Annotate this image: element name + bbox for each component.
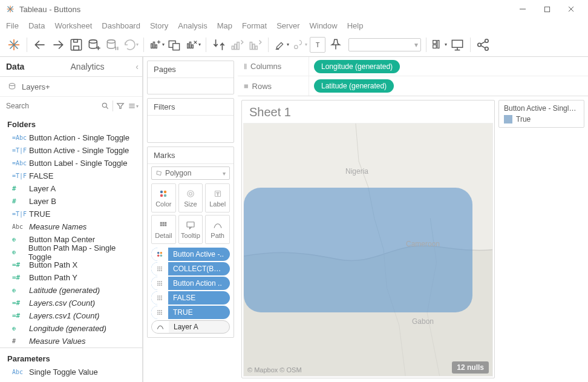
search-icon[interactable] <box>100 100 110 112</box>
field-item[interactable]: AbcMeasure Names <box>0 220 142 233</box>
columns-pill[interactable]: Longitude (generated) <box>314 60 400 73</box>
map-view[interactable]: Nigeria Cameroon Gabon © Mapbox © OSM 12… <box>243 123 493 377</box>
map-polygon[interactable] <box>244 188 472 312</box>
mark-tooltip[interactable]: Tooltip <box>178 215 203 244</box>
legend-item-true[interactable]: True <box>504 115 579 123</box>
nulls-indicator[interactable]: 12 nulls <box>452 361 489 374</box>
maximize-button[interactable] <box>535 0 559 18</box>
highlight-icon[interactable]: ▾ <box>273 37 289 53</box>
view-list-icon[interactable]: ▾ <box>128 100 139 112</box>
new-data-icon[interactable] <box>87 37 102 53</box>
pages-card[interactable]: Pages <box>147 61 234 94</box>
tableau-start-icon[interactable] <box>6 37 22 53</box>
rows-pill[interactable]: Latitude (generated) <box>314 79 394 93</box>
field-item[interactable]: =AbcButton Action - Single Toggle <box>0 131 142 144</box>
parameter-item[interactable]: AbcSingle Toggle Value <box>0 366 142 378</box>
sheet-title[interactable]: Sheet 1 <box>242 100 494 122</box>
undo-icon[interactable] <box>32 37 48 53</box>
detail-icon[interactable] <box>151 262 168 275</box>
field-label: Measure Values <box>29 337 85 346</box>
menu-data[interactable]: Data <box>28 21 45 30</box>
svg-point-101 <box>159 295 160 297</box>
field-item[interactable]: ⊕Button Path Map - Single Toggle <box>0 246 142 259</box>
tab-data[interactable]: Data <box>0 57 65 76</box>
svg-point-100 <box>157 295 158 297</box>
sort-desc-icon[interactable] <box>247 37 263 53</box>
field-type-icon: =# <box>12 261 25 269</box>
menu-format[interactable]: Format <box>242 21 267 30</box>
menu-window[interactable]: Window <box>309 21 337 30</box>
tab-analytics[interactable]: Analytics‹ <box>65 57 142 76</box>
save-icon[interactable] <box>68 37 84 53</box>
menu-story[interactable]: Story <box>150 21 168 30</box>
pause-data-icon[interactable] <box>105 37 120 53</box>
menu-file[interactable]: File <box>6 21 19 30</box>
detail-icon[interactable] <box>151 306 168 319</box>
field-item[interactable]: =AbcButton Label - Single Toggle <box>0 157 142 170</box>
detail-icon[interactable] <box>151 291 168 305</box>
worksheet-view[interactable]: Sheet 1 Nigeria Cameroon Gabon © Mapbox … <box>241 100 495 378</box>
show-me-icon[interactable]: ▾ <box>431 37 447 53</box>
field-item[interactable]: ⊕Longitude (generated) <box>0 322 142 335</box>
mark-path[interactable]: Path <box>205 215 230 244</box>
mark-detail[interactable]: Detail <box>151 215 176 244</box>
filters-card[interactable]: Filters <box>147 98 234 143</box>
search-input[interactable] <box>5 99 98 113</box>
svg-point-96 <box>161 283 162 284</box>
field-item[interactable]: =T|FButton Active - Single Toggle <box>0 144 142 157</box>
menu-help[interactable]: Help <box>347 21 364 30</box>
rows-shelf[interactable]: ≡Rows Latitude (generated) <box>238 76 588 96</box>
collapse-icon[interactable]: ‹ <box>136 62 139 71</box>
refresh-icon[interactable]: ▾ <box>123 37 139 53</box>
color-legend[interactable]: Button Active - Single T... True <box>498 100 584 128</box>
field-item[interactable]: =#Button Path Y <box>0 271 142 284</box>
field-item[interactable]: ⊕Latitude (generated) <box>0 284 142 297</box>
pin-icon[interactable] <box>328 37 344 53</box>
detail-icon[interactable] <box>151 277 168 290</box>
field-item[interactable]: #Layer A <box>0 182 142 195</box>
close-button[interactable] <box>559 0 583 18</box>
mark-pill[interactable]: Button Active -.. <box>151 248 230 261</box>
menu-server[interactable]: Server <box>276 21 299 30</box>
share-icon[interactable] <box>475 37 491 53</box>
datasource[interactable]: Layers+ <box>0 77 142 96</box>
field-item[interactable]: =T|FFALSE <box>0 170 142 182</box>
menu-worksheet[interactable]: Worksheet <box>54 21 92 30</box>
fit-selector[interactable]: ▾ <box>348 38 421 51</box>
group-icon[interactable]: ▾ <box>292 37 307 53</box>
duplicate-icon[interactable] <box>167 37 183 53</box>
mark-pill[interactable]: Button Action .. <box>151 277 230 290</box>
swap-icon[interactable] <box>211 37 227 53</box>
mark-type-select[interactable]: Polygon <box>151 166 230 180</box>
field-item[interactable]: #Measure Values <box>0 335 142 347</box>
mark-size[interactable]: Size <box>178 183 203 212</box>
clear-icon[interactable]: ▾ <box>185 37 201 53</box>
label-icon[interactable]: T <box>310 37 325 53</box>
presentation-icon[interactable] <box>449 37 465 53</box>
mark-pill[interactable]: Layer A <box>151 320 230 334</box>
redo-icon[interactable] <box>50 37 66 53</box>
menu-analysis[interactable]: Analysis <box>178 21 207 30</box>
mark-pill[interactable]: FALSE <box>151 291 230 305</box>
menu-map[interactable]: Map <box>217 21 232 30</box>
filter-icon[interactable] <box>116 100 125 112</box>
svg-point-114 <box>161 312 162 313</box>
columns-shelf[interactable]: ⦀Columns Longitude (generated) <box>238 57 588 76</box>
mark-pill[interactable]: TRUE <box>151 306 230 319</box>
svg-rect-23 <box>151 44 152 48</box>
menu-dashboard[interactable]: Dashboard <box>102 21 140 30</box>
minimize-button[interactable] <box>511 0 535 18</box>
field-item[interactable]: #Layer B <box>0 195 142 208</box>
field-type-icon: # <box>12 185 25 193</box>
mark-color[interactable]: Color <box>151 183 176 212</box>
path-icon[interactable] <box>152 321 169 333</box>
field-item[interactable]: =T|FTRUE <box>0 208 142 220</box>
field-item[interactable]: =#Layers.csv1 (Count) <box>0 309 142 322</box>
field-label: Layer A <box>29 184 56 193</box>
color-icon[interactable] <box>151 248 168 261</box>
mark-pill[interactable]: COLLECT(Butt.. <box>151 262 230 275</box>
field-item[interactable]: =#Layers.csv (Count) <box>0 297 142 309</box>
mark-label[interactable]: TLabel <box>205 183 230 212</box>
sort-asc-icon[interactable] <box>229 37 245 53</box>
new-worksheet-icon[interactable]: ▾ <box>149 37 165 53</box>
